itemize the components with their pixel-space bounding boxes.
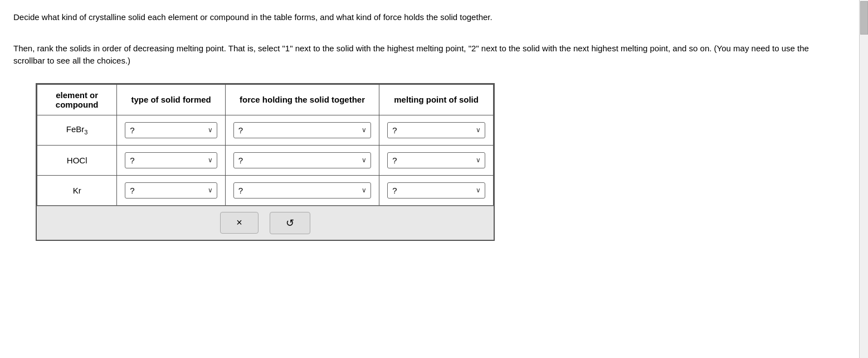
force-dropdown-wrapper-1[interactable]: ?ionic bondsdispersion forcesdipole-dipo… (233, 152, 371, 168)
clear-button[interactable]: × (220, 212, 259, 234)
element-cell-2: Kr (37, 175, 117, 205)
force-cell-1[interactable]: ?ionic bondsdispersion forcesdipole-dipo… (225, 145, 379, 175)
type-dropdown-wrapper-2[interactable]: ?ionicmolecularmetalliccovalent networka… (125, 182, 217, 199)
element-name: HOCl (67, 156, 87, 165)
element-name: FeBr3 (66, 124, 88, 134)
force-cell-2[interactable]: ?ionic bondsdispersion forcesdipole-dipo… (225, 175, 379, 205)
melting-dropdown-wrapper-2[interactable]: ?123∨ (387, 182, 485, 199)
type-dropdown-wrapper-1[interactable]: ?ionicmolecularmetalliccovalent networka… (125, 152, 217, 168)
type-select-2[interactable]: ?ionicmolecularmetalliccovalent networka… (125, 182, 217, 199)
type-cell-1[interactable]: ?ionicmolecularmetalliccovalent networka… (117, 145, 226, 175)
melting-cell-0[interactable]: ?123∨ (379, 115, 494, 145)
melting-dropdown-wrapper-0[interactable]: ?123∨ (387, 122, 485, 138)
type-select-0[interactable]: ?ionicmolecularmetalliccovalent networka… (125, 122, 217, 138)
table-row: Kr?ionicmolecularmetalliccovalent networ… (37, 175, 494, 205)
force-select-2[interactable]: ?ionic bondsdispersion forcesdipole-dipo… (233, 182, 371, 199)
melting-cell-2[interactable]: ?123∨ (379, 175, 494, 205)
force-select-1[interactable]: ?ionic bondsdispersion forcesdipole-dipo… (233, 152, 371, 168)
type-select-1[interactable]: ?ionicmolecularmetalliccovalent networka… (125, 152, 217, 168)
reset-button[interactable]: ↺ (270, 212, 310, 234)
scrollbar-thumb[interactable] (860, 1, 868, 35)
header-type: type of solid formed (117, 84, 226, 115)
melting-select-0[interactable]: ?123 (387, 122, 485, 138)
scrollbar[interactable] (859, 0, 868, 252)
type-dropdown-wrapper-0[interactable]: ?ionicmolecularmetalliccovalent networka… (125, 122, 217, 138)
melting-select-1[interactable]: ?123 (387, 152, 485, 168)
main-table-container: element or compound type of solid formed… (36, 83, 495, 241)
element-name: Kr (73, 186, 81, 195)
intro-text: Decide what kind of crystalline solid ea… (13, 11, 838, 24)
force-dropdown-wrapper-2[interactable]: ?ionic bondsdispersion forcesdipole-dipo… (233, 182, 371, 199)
table-row: FeBr3?ionicmolecularmetalliccovalent net… (37, 115, 494, 145)
header-element: element or compound (37, 84, 117, 115)
type-cell-2[interactable]: ?ionicmolecularmetalliccovalent networka… (117, 175, 226, 205)
element-cell-0: FeBr3 (37, 115, 117, 145)
compounds-table: element or compound type of solid formed… (37, 84, 494, 206)
melting-dropdown-wrapper-1[interactable]: ?123∨ (387, 152, 485, 168)
table-row: HOCl?ionicmolecularmetalliccovalent netw… (37, 145, 494, 175)
melting-select-2[interactable]: ?123 (387, 182, 485, 199)
instructions-text: Then, rank the solids in order of decrea… (13, 42, 838, 67)
melting-cell-1[interactable]: ?123∨ (379, 145, 494, 175)
force-cell-0[interactable]: ?ionic bondsdispersion forcesdipole-dipo… (225, 115, 379, 145)
header-melting: melting point of solid (379, 84, 494, 115)
header-force: force holding the solid together (225, 84, 379, 115)
element-cell-1: HOCl (37, 145, 117, 175)
bottom-buttons-row: × ↺ (37, 206, 494, 240)
type-cell-0[interactable]: ?ionicmolecularmetalliccovalent networka… (117, 115, 226, 145)
force-dropdown-wrapper-0[interactable]: ?ionic bondsdispersion forcesdipole-dipo… (233, 122, 371, 138)
force-select-0[interactable]: ?ionic bondsdispersion forcesdipole-dipo… (233, 122, 371, 138)
